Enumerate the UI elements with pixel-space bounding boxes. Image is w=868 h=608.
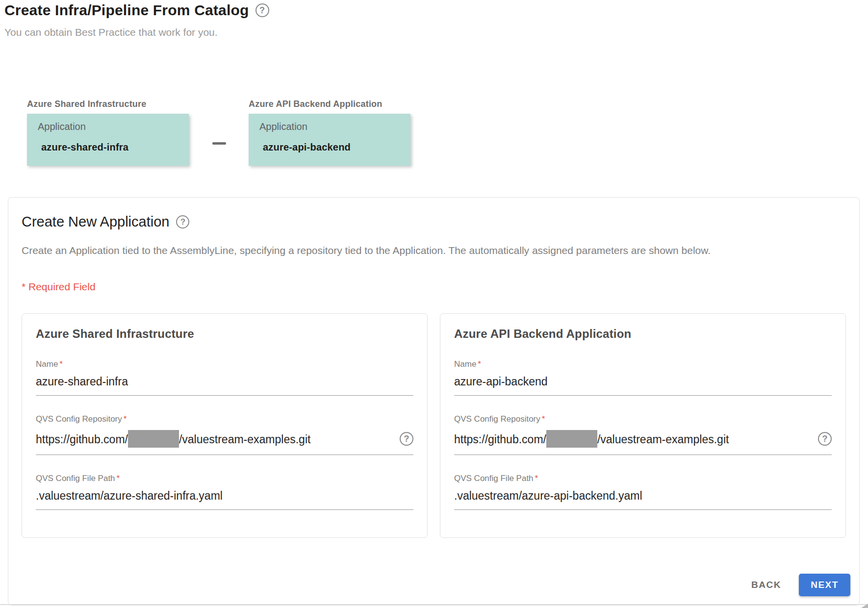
field-label: QVS Config Repository* [454,414,832,424]
url-suffix: /valuestream-examples.git [179,433,310,446]
create-new-application-card: Create New Application ? Create an Appli… [8,197,860,606]
next-button[interactable]: NEXT [799,574,850,596]
name-input[interactable]: azure-api-backend [454,375,832,396]
wizard-actions: BACK NEXT [742,574,850,596]
panel-azure-api-backend-application: Azure API Backend Application Name* azur… [440,313,846,538]
field-help-icon[interactable]: ? [818,432,832,446]
panel-azure-shared-infrastructure: Azure Shared Infrastructure Name* azure-… [22,313,428,538]
field-label: QVS Config Repository* [36,414,413,424]
scrollbar-corner [861,604,868,608]
field-value-text: https://github.com//valuestream-examples… [36,430,310,448]
name-input[interactable]: azure-shared-infra [36,375,413,396]
url-prefix: https://github.com/ [36,433,128,446]
panel-title: Azure API Backend Application [454,327,832,341]
page-subtitle: You can obtain Best Practice that work f… [4,26,863,38]
field-value-text: .valuestream/azure-shared-infra.yaml [36,489,223,503]
required-asterisk: * [535,474,538,483]
node-label: Azure API Backend Application [249,99,410,109]
node-card-api-backend[interactable]: Application azure-api-backend [249,114,410,166]
field-value-text: azure-shared-infra [36,375,128,388]
field-name: Name* azure-shared-infra [36,359,413,396]
field-label: Name* [454,359,832,369]
url-suffix: /valuestream-examples.git [597,433,729,446]
field-label: QVS Config File Path* [454,474,832,483]
field-help-icon[interactable]: ? [400,432,413,446]
field-label-text: QVS Config File Path [454,474,534,483]
field-qvs-config-repository: QVS Config Repository* https://github.co… [36,414,413,455]
field-value-text: azure-api-backend [454,375,548,388]
card-description: Create an Application tied to the Assemb… [22,245,846,256]
page-title: Create Infra/Pipeline From Catalog [4,2,249,19]
card-title: Create New Application [22,214,169,230]
panel-title: Azure Shared Infrastructure [36,327,413,341]
field-qvs-config-file-path: QVS Config File Path* .valuestream/azure… [454,474,832,510]
node-name: azure-api-backend [263,142,400,153]
required-asterisk: * [59,359,63,369]
qvs-config-repository-input[interactable]: https://github.com//valuestream-examples… [36,430,413,455]
redacted-text [546,430,597,448]
required-asterisk: * [117,474,120,483]
qvs-config-file-path-input[interactable]: .valuestream/azure-api-backend.yaml [454,489,832,510]
field-label-text: QVS Config File Path [36,474,115,483]
catalog-node-api-backend: Azure API Backend Application Applicatio… [249,99,410,166]
qvs-config-repository-input[interactable]: https://github.com//valuestream-examples… [454,430,832,455]
node-label: Azure Shared Infrastructure [27,99,189,109]
catalog-node-graph: Azure Shared Infrastructure Application … [27,99,868,166]
field-label-text: Name [36,359,58,369]
field-label-text: QVS Config Repository [454,414,540,424]
back-button[interactable]: BACK [742,574,790,596]
field-qvs-config-repository: QVS Config Repository* https://github.co… [454,414,832,455]
required-asterisk: * [542,414,545,424]
application-panels: Azure Shared Infrastructure Name* azure-… [22,313,846,538]
node-name: azure-shared-infra [41,142,178,153]
node-type-label: Application [259,121,400,132]
page-help-icon[interactable]: ? [255,3,269,17]
url-prefix: https://github.com/ [454,433,546,446]
node-connector [212,142,226,145]
page-header: Create Infra/Pipeline From Catalog ? You… [0,0,868,38]
required-asterisk: * [478,359,481,369]
node-type-label: Application [38,121,178,132]
node-card-shared-infra[interactable]: Application azure-shared-infra [27,114,189,166]
required-asterisk: * [124,414,127,424]
field-value-text: https://github.com//valuestream-examples… [454,430,729,448]
field-qvs-config-file-path: QVS Config File Path* .valuestream/azure… [36,474,413,510]
bottom-divider [0,604,868,605]
redacted-text [128,430,179,448]
required-field-note: * Required Field [22,281,846,293]
field-label: Name* [36,359,413,369]
field-label: QVS Config File Path* [36,474,413,483]
card-help-icon[interactable]: ? [176,215,189,228]
qvs-config-file-path-input[interactable]: .valuestream/azure-shared-infra.yaml [36,489,413,510]
field-name: Name* azure-api-backend [454,359,832,396]
catalog-node-shared-infra: Azure Shared Infrastructure Application … [27,99,189,166]
field-label-text: QVS Config Repository [36,414,122,424]
field-label-text: Name [454,359,476,369]
field-value-text: .valuestream/azure-api-backend.yaml [454,489,642,503]
